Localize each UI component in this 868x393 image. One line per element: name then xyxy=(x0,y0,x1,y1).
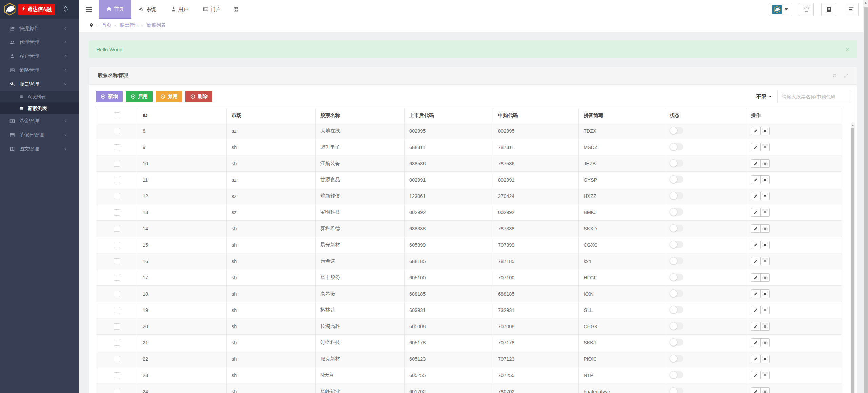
sidebar-item-代理管理[interactable]: 代理管理 xyxy=(0,35,79,49)
status-toggle[interactable] xyxy=(670,257,683,264)
edit-button[interactable] xyxy=(751,338,761,347)
table-scrollbar[interactable]: ▲ xyxy=(851,123,855,393)
status-toggle[interactable] xyxy=(670,274,683,281)
avatar-menu-button[interactable] xyxy=(769,3,791,16)
delete-row-button[interactable] xyxy=(760,355,770,363)
sidebar-item-基金管理[interactable]: 基金管理 xyxy=(0,114,79,128)
sidebar-subitem-新股列表[interactable]: 新股列表 xyxy=(0,102,79,114)
delete-row-button[interactable] xyxy=(760,127,770,135)
tab-门户[interactable]: 门户 xyxy=(196,0,228,19)
row-checkbox[interactable] xyxy=(114,389,120,393)
edit-button[interactable] xyxy=(751,175,761,184)
row-checkbox[interactable] xyxy=(114,307,120,313)
row-checkbox[interactable] xyxy=(114,242,120,248)
tab-apps[interactable] xyxy=(228,0,244,19)
delete-row-button[interactable] xyxy=(760,338,770,347)
delete-row-button[interactable] xyxy=(760,224,770,233)
status-toggle[interactable] xyxy=(670,127,683,134)
edit-button[interactable] xyxy=(751,127,761,135)
select-all-checkbox[interactable] xyxy=(114,112,120,118)
status-toggle[interactable] xyxy=(670,225,683,232)
page-scrollbar[interactable]: ▲ xyxy=(863,0,868,393)
delete-row-button[interactable] xyxy=(760,159,770,168)
search-input[interactable] xyxy=(777,91,850,102)
alert-close-button[interactable]: × xyxy=(846,46,850,53)
edit-button[interactable] xyxy=(751,143,761,151)
edit-button[interactable] xyxy=(751,322,761,331)
status-toggle[interactable] xyxy=(670,241,683,248)
delete-row-button[interactable] xyxy=(760,257,770,265)
breadcrumb-link-股票管理[interactable]: 股票管理 xyxy=(120,22,139,29)
delete-row-button[interactable] xyxy=(760,143,770,151)
row-checkbox[interactable] xyxy=(114,372,120,378)
delete-row-button[interactable] xyxy=(760,241,770,249)
row-checkbox[interactable] xyxy=(114,128,120,134)
sidebar-item-节假日管理[interactable]: 节假日管理 xyxy=(0,128,79,142)
table-scrollbar-thumb[interactable] xyxy=(851,128,854,393)
row-checkbox[interactable] xyxy=(114,356,120,362)
edit-button[interactable] xyxy=(751,289,761,298)
row-checkbox[interactable] xyxy=(114,144,120,150)
delete-row-button[interactable] xyxy=(760,192,770,200)
tab-系统[interactable]: 系统 xyxy=(131,0,163,19)
edit-button[interactable] xyxy=(751,192,761,200)
status-toggle[interactable] xyxy=(670,208,683,216)
status-toggle[interactable] xyxy=(670,290,683,297)
delete-row-button[interactable] xyxy=(760,387,770,393)
启用-button[interactable]: 启用 xyxy=(126,91,153,102)
status-toggle[interactable] xyxy=(670,306,683,313)
edit-button[interactable] xyxy=(751,159,761,168)
scroll-up-icon[interactable]: ▲ xyxy=(851,123,855,127)
禁用-button[interactable]: 禁用 xyxy=(156,91,182,102)
新增-button[interactable]: 新增 xyxy=(96,91,123,102)
row-checkbox[interactable] xyxy=(114,340,120,346)
status-toggle[interactable] xyxy=(670,355,683,362)
page-scrollbar-thumb[interactable] xyxy=(864,7,868,393)
status-toggle[interactable] xyxy=(670,339,683,346)
edit-button[interactable] xyxy=(751,241,761,249)
trash-button[interactable] xyxy=(799,3,814,16)
row-checkbox[interactable] xyxy=(114,226,120,232)
filter-dropdown-button[interactable]: 不限 xyxy=(756,93,772,100)
breadcrumb-link-首页[interactable]: 首页 xyxy=(102,22,111,29)
edit-button[interactable] xyxy=(751,257,761,265)
row-checkbox[interactable] xyxy=(114,193,120,199)
status-toggle[interactable] xyxy=(670,160,683,167)
edit-button[interactable] xyxy=(751,224,761,233)
delete-row-button[interactable] xyxy=(760,175,770,184)
breadcrumb-link-新股列表[interactable]: 新股列表 xyxy=(147,22,166,29)
row-checkbox[interactable] xyxy=(114,209,120,216)
row-checkbox[interactable] xyxy=(114,323,120,330)
expand-icon[interactable] xyxy=(844,73,848,78)
layout-menu-button[interactable] xyxy=(844,3,859,16)
refresh-icon[interactable] xyxy=(832,73,837,78)
status-toggle[interactable] xyxy=(670,143,683,150)
tab-首页[interactable]: 首页 xyxy=(99,0,131,19)
delete-row-button[interactable] xyxy=(760,306,770,314)
status-toggle[interactable] xyxy=(670,371,683,378)
delete-row-button[interactable] xyxy=(760,208,770,217)
status-toggle[interactable] xyxy=(670,388,683,393)
status-toggle[interactable] xyxy=(670,192,683,199)
edit-button[interactable] xyxy=(751,306,761,314)
delete-row-button[interactable] xyxy=(760,322,770,331)
status-toggle[interactable] xyxy=(670,176,683,183)
edit-button[interactable] xyxy=(751,387,761,393)
删除-button[interactable]: 删除 xyxy=(185,91,212,102)
sidebar-item-快捷操作[interactable]: 快捷操作 xyxy=(0,21,79,35)
sidebar-subitem-A股列表[interactable]: A股列表 xyxy=(0,91,79,102)
edit-button[interactable] xyxy=(751,208,761,217)
tab-用户[interactable]: 用户 xyxy=(163,0,196,19)
status-toggle[interactable] xyxy=(670,322,683,330)
row-checkbox[interactable] xyxy=(114,161,120,167)
sidebar-item-客户管理[interactable]: 客户管理 xyxy=(0,49,79,63)
share-button[interactable] xyxy=(821,3,836,16)
row-checkbox[interactable] xyxy=(114,258,120,264)
edit-button[interactable] xyxy=(751,355,761,363)
row-checkbox[interactable] xyxy=(114,177,120,183)
edit-button[interactable] xyxy=(751,371,761,379)
sidebar-item-图文管理[interactable]: 图文管理 xyxy=(0,142,79,156)
sidebar-item-策略管理[interactable]: 策略管理 xyxy=(0,63,79,77)
row-checkbox[interactable] xyxy=(114,291,120,297)
delete-row-button[interactable] xyxy=(760,371,770,379)
